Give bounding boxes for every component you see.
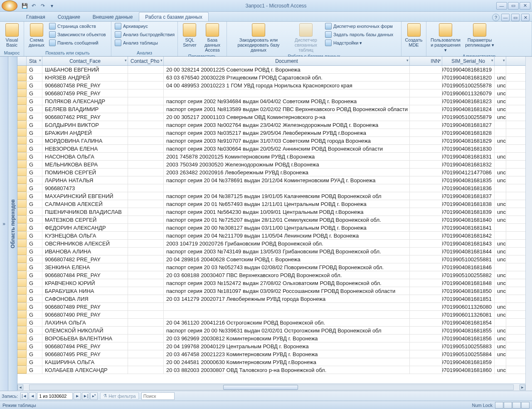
- cell-last[interactable]: unc: [495, 74, 506, 81]
- cell-status[interactable]: G: [27, 335, 42, 342]
- cell-last[interactable]: unc: [495, 169, 506, 176]
- next-record-button[interactable]: ►: [74, 392, 81, 400]
- no-filter-indicator[interactable]: ⚗Нет фильтра: [100, 392, 139, 399]
- cell-contact-face[interactable]: ОВСЯННИКОВ АЛЕКСЕЙ: [42, 240, 128, 247]
- cell-last[interactable]: unc: [495, 335, 506, 342]
- tab-external-data[interactable]: Внешние данные: [86, 12, 139, 21]
- cell-status[interactable]: G: [27, 263, 42, 271]
- cell-status[interactable]: G: [27, 137, 42, 144]
- cell-last[interactable]: unc: [495, 342, 506, 350]
- cell-document[interactable]: паспорт серия 2001 №813589 выдан 02/02/0…: [164, 105, 410, 113]
- cell-last[interactable]: unc: [495, 113, 506, 121]
- cell-contact-face[interactable]: 9066807473: [42, 184, 128, 192]
- cell-inn[interactable]: [410, 145, 442, 152]
- dropdown-icon[interactable]: ▾: [503, 58, 505, 62]
- cell-inn[interactable]: [410, 240, 442, 247]
- cell-contact-face[interactable]: ПОЛЯКОВ АЛЕКСАНДР: [42, 97, 128, 105]
- cell-contact-phone[interactable]: [128, 121, 164, 129]
- row-selector[interactable]: [17, 255, 27, 263]
- switchboard-button[interactable]: Диспетчер кнопочных форм: [324, 22, 394, 30]
- cell-sim[interactable]: 897019904081681848: [442, 279, 495, 287]
- cell-document[interactable]: 04 00 489953 20010223 1 ГОМ УВД города Н…: [164, 82, 410, 89]
- row-selector[interactable]: [17, 303, 27, 310]
- search-input[interactable]: [141, 392, 175, 400]
- cell-sim[interactable]: 897019904081681824: [442, 105, 495, 113]
- mdi-minimize-button[interactable]: —: [501, 14, 510, 21]
- row-selector[interactable]: [17, 311, 27, 318]
- cell-inn[interactable]: [410, 279, 442, 287]
- set-password-button[interactable]: Задать пароль базы данных: [324, 31, 394, 38]
- cell-last[interactable]: [495, 358, 506, 366]
- cell-status[interactable]: G: [27, 208, 42, 216]
- table-row[interactable]: GВОРОБЬЕВА ВАЛЕНТИНА20 03 962969 2003081…: [17, 335, 525, 342]
- cell-contact-phone[interactable]: [128, 342, 164, 350]
- cell-contact-face[interactable]: БОЛДЫРИН ВИКТОР: [42, 121, 128, 129]
- cell-document[interactable]: паспорт серия 20 00 №308127 выдан 03/11/…: [164, 224, 410, 231]
- row-selector[interactable]: [17, 153, 27, 160]
- cell-contact-face[interactable]: МЕЛЬНИКОВА ВЕРА: [42, 161, 128, 168]
- table-row[interactable]: G9066807459 PRE_PAY897019906011326079unc: [17, 89, 525, 97]
- column-header-document[interactable]: Document▾: [164, 57, 410, 65]
- cell-contact-face[interactable]: КНЯЗЕВ АНДРЕЙ: [42, 74, 128, 81]
- cell-document[interactable]: паспорт серия 20 03 №052743 выдан 02/08/…: [164, 263, 410, 271]
- table-row[interactable]: G9066807494 PRE_PAY20 04 199768 20040129…: [17, 342, 525, 350]
- table-row[interactable]: GНЕВЗОРОВА ЕЛЕНАпаспорт серия 2003 №0306…: [17, 145, 525, 153]
- datasheet-view-button[interactable]: [495, 402, 503, 409]
- cell-last[interactable]: unc: [495, 216, 506, 223]
- first-record-button[interactable]: |◄: [20, 392, 28, 400]
- row-selector[interactable]: [17, 97, 27, 105]
- cell-inn[interactable]: [410, 169, 442, 176]
- cell-inn[interactable]: [410, 200, 442, 208]
- table-row[interactable]: GОВСЯННИКОВ АЛЕКСЕЙ2003 104719 20020726 …: [17, 240, 525, 248]
- table-row[interactable]: G9066807482 PRE_PAY20 04 289816 20040628…: [17, 255, 525, 263]
- cell-document[interactable]: паспорт серия 20 04 №387125 выдан 19/01/…: [164, 192, 410, 200]
- cell-sim[interactable]: 897019905100255879: [442, 113, 495, 121]
- table-row[interactable]: GЛАРИНА НАТАЛЬЯпаспорт серия 20 04 №3786…: [17, 176, 525, 184]
- cell-document[interactable]: паспорт серия 20 04 №378691 выдан 20/12/…: [164, 176, 410, 184]
- cell-last[interactable]: [495, 184, 506, 192]
- cell-document[interactable]: 20 03 962969 20030812 Коминтерновским РУ…: [164, 335, 410, 342]
- cell-last[interactable]: unc: [495, 287, 506, 295]
- cell-contact-phone[interactable]: [128, 192, 164, 200]
- cell-contact-face[interactable]: ИВАНОВА АЛИНА: [42, 248, 128, 255]
- close-button[interactable]: ✕: [520, 2, 530, 10]
- cell-sim[interactable]: 897019906011326079: [442, 89, 495, 97]
- cell-inn[interactable]: [410, 66, 442, 73]
- cell-sim[interactable]: 897019906011326081: [442, 311, 495, 318]
- cell-inn[interactable]: [410, 319, 442, 326]
- cell-contact-phone[interactable]: [128, 137, 164, 144]
- cell-sim[interactable]: 897019904121477086: [442, 169, 495, 176]
- cell-contact-phone[interactable]: [128, 113, 164, 121]
- dropdown-icon[interactable]: ▾: [491, 58, 493, 62]
- cell-inn[interactable]: [410, 137, 442, 144]
- cell-inn[interactable]: [410, 192, 442, 200]
- tab-database-tools[interactable]: Работа с базами данных: [139, 12, 208, 21]
- cell-sim[interactable]: 897019905100255881: [442, 255, 495, 263]
- cell-status[interactable]: G: [27, 287, 42, 295]
- cell-contact-face[interactable]: КУЗНЕЦОВА ОЛЬГА: [42, 232, 128, 239]
- dropdown-icon[interactable]: ▾: [39, 58, 41, 62]
- table-row[interactable]: GПОМИНОВ СЕРГЕЙ2003 263482 20020916 Лево…: [17, 169, 525, 176]
- cell-status[interactable]: G: [27, 129, 42, 136]
- cell-document[interactable]: паспорт серия 2003 №030664 выдан 20/05/0…: [164, 145, 410, 152]
- cell-sim[interactable]: 897019904081681842: [442, 232, 495, 239]
- cell-contact-phone[interactable]: [128, 327, 164, 334]
- cell-inn[interactable]: [410, 271, 442, 279]
- cell-status[interactable]: G: [27, 319, 42, 326]
- row-selector[interactable]: [17, 279, 27, 287]
- tab-create[interactable]: Создание: [52, 12, 86, 21]
- cell-inn[interactable]: [410, 311, 442, 318]
- scroll-left-icon[interactable]: ◄: [17, 384, 23, 390]
- cell-contact-phone[interactable]: [128, 366, 164, 374]
- cell-last[interactable]: unc: [495, 105, 506, 113]
- cell-last[interactable]: unc: [495, 97, 506, 105]
- row-selector[interactable]: [17, 176, 27, 184]
- cell-contact-phone[interactable]: [128, 74, 164, 81]
- cell-inn[interactable]: [410, 74, 442, 81]
- row-selector[interactable]: [17, 232, 27, 239]
- cell-sim[interactable]: 897019904081681819: [442, 66, 495, 73]
- nav-collapse-button[interactable]: »: [0, 57, 8, 391]
- table-row[interactable]: GКРАВЧЕНКО ЮРИЙпаспорт серия 2003 №15247…: [17, 279, 525, 287]
- cell-sim[interactable]: 897019904081681831: [442, 153, 495, 160]
- table-row[interactable]: G9066807490 PRE_PAY897019906011326081unc: [17, 311, 525, 319]
